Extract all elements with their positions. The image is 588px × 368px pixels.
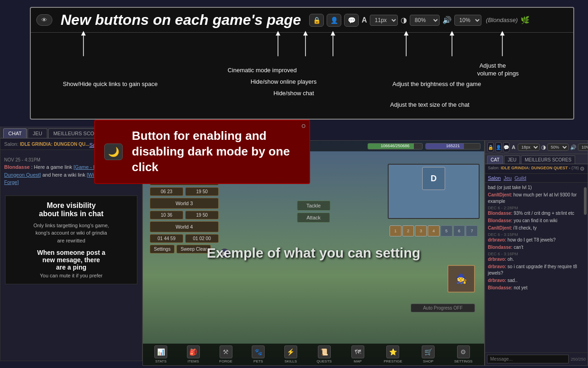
svg-marker-11: [450, 31, 454, 35]
salon-name: IDLE GRINDIA: DUNGEON QU...: [20, 142, 89, 147]
right-salon-name: IDLE GRINDIA: DUNGEON QUEST -: [501, 166, 571, 170]
nav-quests[interactable]: 📜QUESTS: [317, 345, 332, 363]
right-panel-toolbar: 🔒 👤 💬 A 18px ◑ 50% 🔊 10% (Blondasse) 🌿: [485, 141, 588, 154]
svg-marker-13: [500, 31, 505, 35]
right-msg-9: drbravo: sad..: [488, 277, 585, 284]
right-lock-btn[interactable]: 🔒: [487, 142, 494, 152]
tackle-btn[interactable]: Tackle: [297, 201, 330, 211]
chat-toggle-btn[interactable]: 💬: [344, 14, 359, 27]
hp-bars: 106646/250686 165221: [368, 143, 481, 150]
chat-text-1: : Here a game link: [31, 164, 74, 170]
nav-skills[interactable]: ⚡SKILLS: [284, 345, 297, 363]
game-nav-icons: 📊STATS 🎒ITEMS ⚒FORGE 🐾PETS ⚡SKILLS 📜QUES…: [143, 344, 484, 365]
nav-map[interactable]: 🗺MAP: [351, 345, 364, 363]
auto-progress-btn[interactable]: Auto Progress OFF: [411, 304, 475, 312]
tab-chat[interactable]: CHAT: [3, 128, 27, 138]
dungeon-cell-7[interactable]: 7: [466, 225, 478, 236]
world-3-time2[interactable]: 19 50: [185, 187, 219, 196]
right-sub-tab-guild[interactable]: Guild: [514, 175, 526, 181]
right-msg-1: CanItDjent: how much per lvl at lvl 9300…: [488, 192, 585, 205]
right-sub-tabs: Salon Jeu Guild: [485, 174, 588, 183]
attack-btn[interactable]: Attack: [297, 213, 330, 223]
nav-settings[interactable]: ⚙SETTINGS: [454, 345, 473, 363]
svg-marker-9: [404, 31, 408, 35]
nav-stats[interactable]: 📊STATS: [154, 345, 167, 363]
dungeon-cell-5[interactable]: 5: [441, 225, 452, 236]
nav-items[interactable]: 🎒ITEMS: [187, 345, 200, 363]
brightness-icon: ◑: [401, 16, 407, 24]
right-chat-btn[interactable]: 💬: [503, 142, 509, 152]
top-annotation-box: 👁 New buttons on each game's page 🔒 👤 💬 …: [30, 7, 574, 120]
dungeon-cell-2[interactable]: 2: [402, 225, 414, 236]
right-msg-5: drbravo: how do I get T8 jewels?: [488, 237, 585, 243]
world-last-times: 01 44 59 01 02 00: [150, 234, 219, 243]
annotations-svg: Show/Hide quick links to gain space Cine…: [31, 31, 573, 116]
top-toolbar: 👁 New buttons on each game's page 🔒 👤 💬 …: [31, 8, 573, 33]
dungeon-cell-4[interactable]: 4: [428, 225, 440, 236]
brightness-select[interactable]: 80% 50% 100%: [410, 15, 440, 26]
dark-mode-description: Button for enabling and disabling dark m…: [132, 128, 300, 175]
right-chat-input[interactable]: [487, 355, 569, 363]
dungeon-cell-1[interactable]: 1: [390, 225, 401, 236]
game-right-panel: D 1 2 3 4 5 6 7 🧙 Auto Progress OFF: [388, 164, 480, 238]
scrollbar-thumb[interactable]: [584, 187, 587, 215]
svg-text:Show/Hide quick links to gain : Show/Hide quick links to gain space: [63, 80, 158, 87]
dungeon-cell-3[interactable]: 3: [415, 225, 427, 236]
svg-marker-5: [303, 31, 308, 35]
right-salon-label: Salon:: [488, 166, 500, 170]
right-volume-icon: 🔊: [570, 144, 577, 150]
right-ts-3: DEC 6 - 3:15PM: [488, 232, 585, 237]
right-players-btn[interactable]: 👤: [495, 142, 502, 152]
nav-pets[interactable]: 🐾PETS: [252, 345, 265, 363]
right-volume-select[interactable]: 10%: [578, 144, 588, 151]
volume-icon: 🔊: [442, 16, 452, 24]
dungeon-cell-6[interactable]: 6: [453, 225, 465, 236]
settings-btn[interactable]: Settings: [150, 245, 175, 253]
world-4-times: 10 36 19 50: [150, 211, 219, 219]
lock-btn[interactable]: 🔒: [309, 14, 324, 27]
dark-mode-toggle-btn[interactable]: 🌙: [104, 144, 123, 160]
right-a-label: A: [512, 144, 515, 150]
right-font-select[interactable]: 18px: [518, 144, 540, 151]
right-sub-tab-jeu[interactable]: Jeu: [503, 175, 512, 181]
right-sub-tab-salon[interactable]: Salon: [488, 175, 501, 181]
game-bottom-bar: 📊STATS 🎒ITEMS ⚒FORGE 🐾PETS ⚡SKILLS 📜QUES…: [143, 344, 484, 365]
nav-forge[interactable]: ⚒FORGE: [219, 345, 232, 363]
right-msg-3: Blondasse: you can find it on wiki: [488, 218, 585, 224]
right-brightness-select[interactable]: 50%: [547, 144, 569, 151]
world-last-time2[interactable]: 01 02 00: [185, 234, 219, 243]
nav-prestige[interactable]: ⭐PRESTIGE: [384, 345, 402, 363]
world-3-area: 06 23 19 50 World 3: [150, 187, 219, 209]
volume-select[interactable]: 10% 50% 0%: [454, 15, 481, 26]
world-4-time1[interactable]: 10 36: [150, 211, 183, 219]
chat-username-1: Blondasse: [4, 164, 30, 170]
moon-icon: 🌙: [108, 146, 119, 157]
right-gear-icon[interactable]: ⚙: [580, 166, 585, 172]
world-3-btn[interactable]: World 3: [150, 198, 219, 209]
right-msg-6: Blondasse: can't: [488, 244, 585, 251]
world-3-time1[interactable]: 06 23: [150, 187, 183, 196]
svg-text:Cinematic mode improved: Cinematic mode improved: [228, 67, 297, 74]
quick-links-toggle-btn[interactable]: 👁: [36, 14, 52, 26]
sweep-clear-btn[interactable]: Sweep Clear: [176, 245, 211, 253]
right-tab-chat[interactable]: CAT: [487, 155, 503, 164]
right-msg-7: drbravo: oh.: [488, 256, 585, 263]
combat-btns: Tackle Attack: [297, 201, 330, 223]
expand-btn[interactable]: ▶: [220, 248, 229, 258]
close-indicator: O: [301, 123, 305, 129]
world-last-time1[interactable]: 01 44 59: [150, 234, 183, 243]
right-tab-jeu[interactable]: JEU: [504, 155, 520, 164]
players-toggle-btn[interactable]: 👤: [327, 14, 341, 27]
right-chat-messages: bad (or just take lvl 1) CanItDjent: how…: [485, 183, 588, 357]
world-4-btn[interactable]: World 4: [150, 221, 219, 232]
right-salon-count: (78): [571, 166, 579, 170]
tab-jeu[interactable]: JEU: [28, 128, 47, 138]
world-4-time2[interactable]: 19 50: [185, 211, 219, 219]
svg-text:Hide/show chat: Hide/show chat: [273, 90, 314, 97]
nav-shop[interactable]: 🛒SHOP: [422, 345, 435, 363]
settings-sweep-btns: Settings Sweep Clear: [150, 245, 219, 253]
right-tab-scores[interactable]: MEILLEURS SCORES: [521, 155, 575, 164]
svg-marker-1: [81, 31, 86, 35]
right-msg-10: Blondasse: not yet: [488, 285, 585, 291]
font-size-select[interactable]: 11px 14px 18px: [370, 15, 398, 26]
